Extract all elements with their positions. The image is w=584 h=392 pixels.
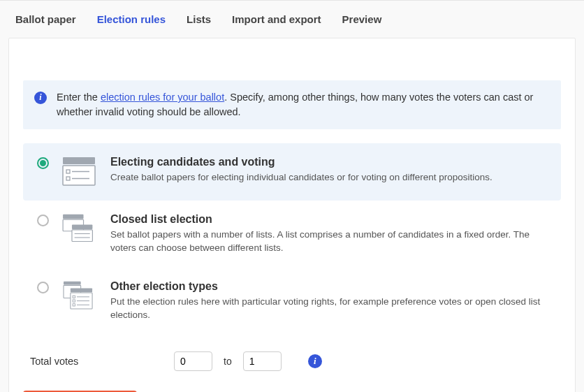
votes-from-input[interactable] xyxy=(174,351,212,371)
votes-info-icon[interactable]: i xyxy=(308,354,322,368)
total-votes-label: Total votes xyxy=(30,356,163,367)
svg-rect-12 xyxy=(64,281,81,284)
info-banner: i Enter the election rules for your ball… xyxy=(23,80,561,129)
radio-other-types[interactable] xyxy=(37,282,49,293)
option-title: Closed list election xyxy=(110,213,547,226)
total-votes-row: Total votes to i xyxy=(23,351,561,371)
content-card: i Enter the election rules for your ball… xyxy=(8,38,576,392)
option-desc: Create ballot papers for electing indivi… xyxy=(110,171,547,184)
ballot-lists-icon xyxy=(61,213,98,245)
svg-rect-14 xyxy=(71,288,92,292)
svg-rect-1 xyxy=(63,166,95,185)
option-closed-list[interactable]: Closed list election Set ballot papers w… xyxy=(23,201,561,268)
info-text: Enter the election rules for your ballot… xyxy=(57,90,550,119)
radio-electing-candidates[interactable] xyxy=(37,157,49,169)
tab-ballot-paper[interactable]: Ballot paper xyxy=(15,13,76,25)
option-other-types[interactable]: Other election types Put the election ru… xyxy=(23,268,561,335)
svg-rect-9 xyxy=(72,230,92,242)
tab-lists[interactable]: Lists xyxy=(187,13,211,25)
info-icon: i xyxy=(34,92,47,104)
radio-closed-list[interactable] xyxy=(37,215,49,226)
option-title: Electing candidates and voting xyxy=(110,156,547,168)
option-electing-candidates[interactable]: Electing candidates and voting Create ba… xyxy=(23,143,561,201)
svg-rect-6 xyxy=(63,215,83,219)
votes-to-input[interactable] xyxy=(243,351,282,371)
svg-rect-0 xyxy=(63,157,95,164)
option-title: Other election types xyxy=(110,280,547,293)
option-desc: Set ballot papers with a number of lists… xyxy=(110,228,547,255)
tab-import-export[interactable]: Import and export xyxy=(232,13,321,25)
svg-rect-8 xyxy=(72,225,92,229)
election-rules-link[interactable]: election rules for your ballot xyxy=(101,92,224,103)
tab-election-rules[interactable]: Election rules xyxy=(97,13,166,25)
votes-to-label: to xyxy=(224,356,232,367)
election-type-options: Electing candidates and voting Create ba… xyxy=(23,143,561,335)
ballot-single-icon xyxy=(61,156,98,188)
option-desc: Put the election rules here with particu… xyxy=(110,296,547,322)
ballot-multi-icon xyxy=(61,280,98,312)
tabs-bar: Ballot paper Election rules Lists Import… xyxy=(0,1,584,38)
tab-preview[interactable]: Preview xyxy=(342,13,382,25)
